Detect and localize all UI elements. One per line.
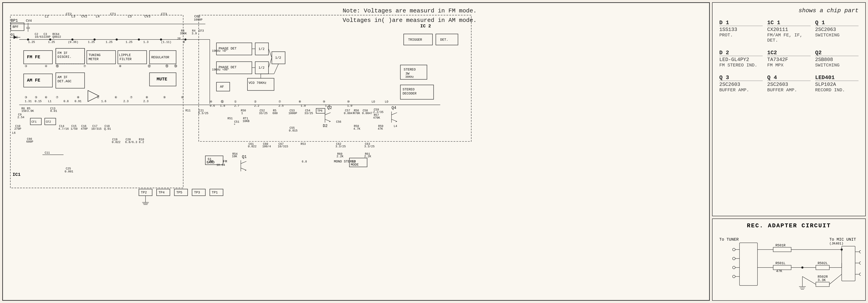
comp-q3-desc: BUFFER AMP. (719, 87, 763, 93)
s2-text2: MODE (351, 163, 359, 166)
ic2-pin-lo2: LO (385, 100, 388, 103)
comp-ic2-id: 1C2 (767, 50, 811, 56)
r54-val: 10K (232, 155, 237, 158)
c18-val: Q.01 (104, 127, 111, 130)
r501l-val: 47K (776, 269, 782, 273)
r53-label: R53 (301, 142, 306, 146)
info-panel: shows a chip part D 1 1SS133 PROT. 1C 1 … (712, 2, 866, 301)
am-if-text2: DET.AGC (58, 80, 72, 83)
l4-label: L4 (96, 15, 100, 18)
junc-1 (802, 267, 803, 268)
c11-label: C11 (45, 151, 50, 155)
r5-val: 3.9K (27, 109, 34, 113)
half-text2: 1/2 (258, 66, 265, 69)
comp-led401-desc: RECORD IND. (815, 87, 859, 93)
q4-label: Q4 (392, 105, 396, 110)
comp-ic1: 1C 1 CX20111 FM/AM FE, IF,DET. (767, 20, 811, 43)
r501r-label: R501R (775, 244, 785, 247)
cv2-label: CV2 (81, 15, 87, 18)
stereo-sw-text1: STEREO (404, 68, 415, 71)
main-container: Note: Voltages are measurd in FM mode. V… (0, 0, 868, 303)
comp-ic1-desc: FM/AM FE, IF,DET. (767, 33, 811, 43)
rec-title: REC. ADAPTER CIRCUIT (717, 222, 861, 229)
c55-val: 0.015 (289, 129, 298, 132)
c2-val: 10/63 (35, 35, 43, 39)
s1-text2: BAND (207, 161, 215, 164)
c9-val: 2.54 (18, 116, 24, 119)
ic2-pin-2: ② (254, 100, 257, 103)
comp-d1-part: 1SS133 (719, 27, 763, 33)
comp-q3-id: Q 3 (719, 74, 763, 81)
d1-diode (13, 36, 17, 39)
r6-val: 150 (22, 109, 27, 113)
ic2-pin-1: ① (234, 100, 237, 103)
v-lo5: 1.6 (101, 100, 106, 103)
tp4-label: TP4 (159, 191, 165, 194)
v-lo4: 0.8 (63, 100, 69, 103)
c3-val: 220P (43, 35, 51, 39)
comp-ic2: 1C2 TA7342F FM MPX (767, 50, 811, 68)
mic-connector (842, 246, 855, 281)
v-lo3: L1 (48, 100, 52, 103)
freq-19k2: 19KHz <90° (212, 68, 229, 71)
reg-text: REGULATOR (151, 56, 169, 59)
c60-val: 100/4 (262, 145, 271, 148)
comp-d2-desc: FM STEREO IND. (719, 63, 763, 68)
component-table: shows a chip part D 1 1SS133 PROT. 1C 1 … (712, 2, 866, 216)
comp-q4-part: 2SC2603 (767, 82, 811, 87)
vco-diag (274, 64, 279, 74)
comp-q4-desc: BUFFER AMP. (767, 87, 811, 93)
c65-label: C65 (194, 15, 200, 18)
fm-if-text1: FM IF (58, 51, 68, 55)
comp-d2: D 2 LED-GL4PY2 FM STEREO IND. (719, 50, 763, 68)
trigger-text: TRIGGER (408, 38, 422, 41)
mute-text: MUTE (157, 77, 167, 82)
val-1064: 10.64 (216, 163, 225, 167)
v-lo6: 2.3 (123, 100, 129, 103)
r502l-label: R502L (817, 262, 828, 265)
bpf-text: BPF (13, 25, 19, 29)
c16-val: 470P (81, 127, 88, 130)
tuning-text2: METER (89, 57, 98, 61)
lipple-text2: FILTER (120, 57, 131, 61)
q2-e (325, 119, 331, 122)
comp-d1-id: D 1 (719, 20, 763, 26)
rt1-val: 10KB (243, 120, 249, 123)
v-ic2-3: 2.7 (234, 104, 239, 108)
r502r-wire1 (803, 277, 816, 284)
q4-c (392, 113, 397, 115)
q4-e (392, 119, 397, 122)
comp-q1-desc: SWITCHING (815, 33, 859, 38)
l4-ann: L4 (394, 124, 397, 128)
half-conn1 (269, 49, 272, 58)
rc64-val: Q0022 (53, 35, 61, 39)
comp-led401: LED401 SLP102A RECORD IND. (815, 74, 859, 93)
fm-label: FM (223, 160, 227, 163)
r502r-label: R502R (817, 275, 828, 279)
cf3-label: CF3 (199, 29, 204, 33)
pin-lo4: ⑦ (56, 96, 59, 99)
q2-arrow (329, 121, 331, 122)
c58-val: 0.0047 (362, 112, 372, 115)
c62-val: 3.3/25 (335, 145, 346, 148)
comp-q2-desc: SWITCHING (815, 63, 859, 68)
l3-label: L3 (71, 15, 75, 18)
pin22: ㉒ (148, 65, 151, 68)
tp3-label: TP3 (194, 191, 200, 194)
pin-lo7: ⑥ (115, 96, 117, 99)
note-line2: Voltages in( )are measured in AM mode. (343, 16, 476, 25)
chip-note: shows a chip part (719, 7, 859, 14)
ic2-pin-10: ⑩ (347, 100, 350, 103)
vco-text1: VCO 76KHz (249, 81, 267, 85)
comp-d2-id: D 2 (719, 50, 763, 56)
r51-label: R51 (227, 117, 233, 120)
comp-d2-part: LED-GL4PY2 (719, 57, 763, 63)
comp-q2-id: Q2 (815, 50, 859, 56)
v-ic2-2: 1.8 (220, 104, 225, 108)
r502r-wire2 (829, 274, 842, 284)
note-line1: Note: Voltages are measurd in FM mode. (343, 6, 476, 16)
r502l-res (816, 265, 829, 270)
v-1p3: 1.3 (143, 40, 149, 44)
tp5-label: TP5 (176, 191, 182, 194)
rec-circuit-svg: .rec-text { font-family: 'Courier New', … (717, 233, 861, 296)
